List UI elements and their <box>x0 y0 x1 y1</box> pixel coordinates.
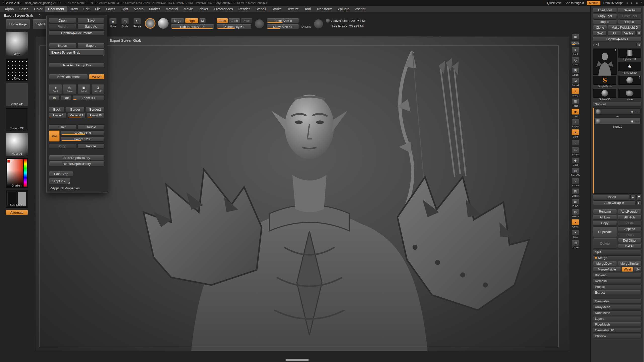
material-preview-icon[interactable] <box>158 18 169 29</box>
doc-export-button[interactable]: Export <box>77 43 105 48</box>
zcut-button[interactable]: Zcut <box>241 18 252 23</box>
copy-button[interactable]: Copy <box>593 221 617 225</box>
merge-similar-button[interactable]: MergeSimilar <box>618 261 642 266</box>
doc-zoom-slider[interactable]: Zoom 0.1 <box>73 95 104 100</box>
right-edge-scrollbar[interactable] <box>643 6 644 362</box>
doc-open-button[interactable]: Open <box>49 18 76 23</box>
zsub-button[interactable]: Zsub <box>229 18 240 23</box>
transp-button[interactable]: ▨Transp <box>572 209 579 218</box>
gyro-move-button[interactable]: ◆ Move <box>108 18 118 28</box>
floor-button[interactable]: ▦Floor <box>572 98 579 107</box>
tool-stone[interactable]: stone <box>618 89 642 101</box>
home-page-button[interactable]: Home Page <box>6 19 30 29</box>
load-tool-button[interactable]: Load Tool <box>593 8 617 13</box>
all-high-button[interactable]: All High <box>618 215 642 220</box>
stroke-curve-knob-icon[interactable] <box>255 19 264 29</box>
doc-resize-button[interactable]: Resize <box>77 144 105 149</box>
subtool-row-selected[interactable]: ◉ ○ ○ <box>594 118 640 124</box>
menu-macro[interactable]: Macro <box>131 6 146 12</box>
subtool-down-button[interactable]: ▼ <box>636 195 641 199</box>
menu-stencil[interactable]: Stencil <box>253 6 269 12</box>
auto-collapse-button[interactable]: Auto Collapse <box>593 200 635 205</box>
paintstop-button[interactable]: PaintStop <box>49 171 73 176</box>
menu-color[interactable]: Color <box>31 6 45 12</box>
shelf-scroll-button[interactable]: ◈Scroll <box>572 47 579 56</box>
subtool-insert-marker[interactable]: ◂▸ <box>594 115 640 118</box>
save-as-button[interactable]: Save As <box>618 8 642 13</box>
store-depth-history-button[interactable]: StoreDepthHistory <box>49 155 104 160</box>
doc-width-slider[interactable]: Width 2119 <box>61 130 104 135</box>
menu-zscript[interactable]: Zscript <box>352 6 368 12</box>
mrgb-button[interactable]: Mrgb <box>171 18 184 23</box>
import-button[interactable]: Import <box>593 19 617 24</box>
linefill-button[interactable]: ▤LineFill <box>572 188 579 197</box>
doc-save-as-button[interactable]: Save As <box>77 24 105 29</box>
local-button[interactable]: ◉Local <box>572 109 579 117</box>
document-canvas[interactable]: Export Screen Grab <box>35 36 569 351</box>
shelf-move-button[interactable]: ◆Move <box>572 157 579 166</box>
media-prev-icon[interactable]: ◄ <box>626 2 628 4</box>
remesh-section[interactable]: Remesh <box>593 279 641 283</box>
current-brush-thumb[interactable]: Move <box>6 32 28 56</box>
tool-sphere3d[interactable]: Sphere3D <box>593 89 617 101</box>
media-stop-icon[interactable]: ■ <box>636 2 637 4</box>
canvas-scrollbar[interactable] <box>286 359 309 361</box>
current-color-swatch[interactable] <box>7 160 10 163</box>
doc-pro-button[interactable]: Pro <box>49 130 60 142</box>
doc-in-button[interactable]: In <box>49 95 60 100</box>
extract-section[interactable]: Extract <box>593 290 641 295</box>
menu-alpha[interactable]: Alpha <box>2 6 17 12</box>
menu-texture[interactable]: Texture <box>285 6 302 12</box>
shelf-zoom-button[interactable]: ◎Zoom <box>572 57 579 66</box>
menu-movie[interactable]: Movie <box>181 6 196 12</box>
texture-thumb[interactable]: Texture Off <box>6 108 28 130</box>
all-low-button[interactable]: All Low <box>593 215 617 220</box>
doc-border2-button[interactable]: Border2 <box>86 107 104 112</box>
append-button[interactable]: Append <box>618 227 642 231</box>
menus-button[interactable]: Menus <box>587 1 600 5</box>
doc-revert-button[interactable]: Revert <box>49 24 76 29</box>
lightbox-documents-button[interactable]: Lightbox▶Documents <box>49 30 104 35</box>
rgb-button[interactable]: Rgb <box>185 18 198 23</box>
alpha-curve-knob-icon[interactable] <box>314 19 323 29</box>
menu-document[interactable]: Document <box>45 6 67 12</box>
rename-button[interactable]: Rename <box>593 209 617 214</box>
geometry-section[interactable]: Geometry <box>593 299 641 304</box>
menu-stroke[interactable]: Stroke <box>269 6 284 12</box>
default-zscript-button[interactable]: DefaultZScript <box>603 1 623 5</box>
help-icon[interactable]: ? <box>640 2 641 4</box>
media-play-icon[interactable]: ► <box>631 2 633 4</box>
zadd-button[interactable]: Zadd <box>217 18 228 23</box>
shelf-actual-button[interactable]: ▣Actual <box>572 67 579 76</box>
menu-brush[interactable]: Brush <box>17 6 31 12</box>
merge-down-button[interactable]: MergeDown <box>593 261 617 266</box>
doc-aahalf-button[interactable]: ◪ AAHalf <box>92 84 104 94</box>
rotate3d-button[interactable]: ↻Rotate <box>572 178 579 187</box>
arraymesh-section[interactable]: ArrayMesh <box>593 305 641 309</box>
list-all-button[interactable]: List All <box>593 195 629 199</box>
paste-button[interactable]: Paste <box>618 221 642 225</box>
doc-back-button[interactable]: Back <box>49 107 65 112</box>
export-button[interactable]: Export <box>618 19 642 24</box>
stroke-type-thumb[interactable]: Dots <box>6 59 28 81</box>
zoom3d-button[interactable]: ◍Zoom3D <box>571 168 580 176</box>
inventory-updown-icon[interactable]: ↕ <box>593 43 594 47</box>
doc-height-slider[interactable]: Height 1280 <box>61 137 104 142</box>
alternate-button[interactable]: Alternate <box>6 210 28 215</box>
eye-icon[interactable]: ◉ <box>631 110 633 113</box>
save-as-startup-doc-button[interactable]: Save As Startup Doc <box>49 63 104 68</box>
make-polymesh3d-button[interactable]: Make PolyMesh3D <box>608 25 641 30</box>
subtool-row[interactable]: ◉ ○ ○ <box>594 109 640 115</box>
spix-slider[interactable]: SPix 3 <box>571 41 580 45</box>
menu-transform[interactable]: Transform <box>313 6 335 12</box>
refresh-icon[interactable]: ↻ <box>38 14 41 17</box>
m-button[interactable]: M <box>199 18 206 23</box>
menu-file[interactable]: File <box>92 6 103 12</box>
solo-button[interactable]: ●Solo <box>572 230 579 238</box>
doc-out-button[interactable]: Out <box>61 95 71 100</box>
delete-button[interactable]: Delete <box>593 238 617 249</box>
copy-tool-button[interactable]: Copy Tool <box>593 14 617 18</box>
autoreorder-button[interactable]: AutoReorder <box>618 209 642 214</box>
doc-import-button[interactable]: Import <box>49 43 76 48</box>
uv-button[interactable]: Uv <box>634 267 641 272</box>
